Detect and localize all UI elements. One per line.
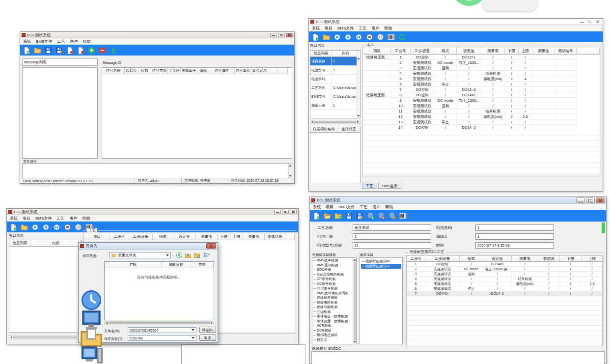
info-row[interactable]: 项目名称 1 [310,57,360,66]
column-header[interactable]: 测量值 [532,48,555,55]
barcode-icon[interactable] [399,212,407,220]
menu-item[interactable]: 工艺 [56,216,64,221]
column-header-name[interactable]: 名称 [105,262,162,268]
new-file-icon[interactable] [312,33,319,41]
scroll-thumb[interactable] [354,262,356,340]
column-header[interactable]: 字节序 [168,68,181,74]
scroll-up-icon[interactable] [353,259,356,261]
chevron-down-icon[interactable] [192,337,194,339]
menu-item[interactable]: BMS文件 [35,216,52,221]
info-scrollbar[interactable] [357,51,360,118]
menu-item[interactable]: 用户 [69,216,77,221]
maximize-button[interactable] [282,210,289,214]
scroll-up-icon[interactable] [289,165,292,167]
table-row[interactable]: 7DO控制/DO14=0//// [407,291,602,296]
list-item[interactable]: 绝缘耐压测试AC [361,259,401,264]
table-row[interactable]: 5安规测试仪//漏电流(mA)/22.5 [407,281,602,286]
scroll-right-icon[interactable] [357,120,359,123]
add-folder-icon[interactable] [334,212,342,220]
save-icon[interactable] [45,47,52,54]
table-row[interactable]: 6安规测试仪停止///// [407,286,602,291]
title-bar[interactable]: EOL测试系统 [309,19,603,25]
tree-item[interactable]: 绝缘电阻检测 [312,300,352,305]
scroll-down-icon[interactable] [289,175,292,177]
close-button[interactable] [290,210,297,214]
column-header[interactable]: 传输因子 [181,68,197,74]
table-row[interactable]: 9安规测试仪DC mode电压_1500.../// [363,98,600,103]
minimize-button[interactable] [576,197,585,203]
save-as-icon[interactable] [55,47,63,54]
scroll-thumb[interactable] [314,121,356,123]
menu-item[interactable]: 系统 [23,39,31,44]
column-header[interactable]: 连接状态 [338,126,360,133]
title-bar[interactable]: EOL测试系统 [310,197,606,204]
menu-item[interactable]: 帮助 [83,39,90,44]
chevron-down-icon[interactable] [192,329,194,331]
views-icon[interactable] [202,252,211,258]
column-header[interactable] [268,68,278,74]
column-header[interactable]: 起始位 [125,68,139,74]
info-row[interactable]: 电池型号 1 [310,66,360,75]
up-folder-icon[interactable] [185,252,192,258]
maximize-button[interactable] [586,197,595,203]
open-folder-icon[interactable] [323,33,330,41]
open-folder-icon[interactable] [34,47,41,54]
column-header[interactable]: 项目 [85,234,110,240]
db-delete-icon[interactable] [378,212,385,220]
column-header[interactable]: 工步/设备 [129,234,153,240]
list-item[interactable]: 绝缘耐压测试DC [361,264,401,269]
tree-item[interactable]: CC信号检测 [312,281,352,286]
scroll-down-icon[interactable] [357,115,360,117]
scroll-left-icon[interactable] [311,120,313,123]
scroll-left-icon[interactable] [10,336,12,339]
info-hscrollbar[interactable] [310,120,360,124]
column-header[interactable]: 位数 [139,68,151,74]
time-input[interactable]: 2020-07-17 8:35:08 [475,242,554,249]
minimize-button[interactable] [579,20,585,24]
log-scrollbar[interactable] [288,164,292,178]
import-doc-icon[interactable] [66,47,74,54]
tree-item[interactable]: Can总线电阻检测 [312,272,352,277]
table-row[interactable]: 2安规测试仪DC mode电压_1500v,漏...//// [407,267,602,272]
battery-model-input[interactable]: 11 [353,242,431,249]
db-add-icon[interactable] [367,212,374,220]
step-forward-icon[interactable] [355,33,362,41]
pause-icon[interactable] [344,33,352,41]
info-row[interactable]: 测试人员 1 [310,101,360,110]
menu-item[interactable]: 工艺 [57,39,65,44]
table-row[interactable]: 12安规测试仪//漏电流(mA)22.5 [363,114,600,119]
tab[interactable]: BMS监测 [378,183,401,189]
download-icon[interactable] [110,47,117,54]
column-header[interactable]: 测量项 [196,234,218,240]
table-row[interactable]: 6安规测试仪停止//// [363,82,600,87]
message-list-box[interactable] [22,67,98,159]
column-header-date[interactable]: 修改日期 [162,262,191,268]
close-button[interactable] [596,197,605,203]
info-hscrollbar[interactable] [9,336,82,339]
filename-input[interactable]: 20210728145504 [128,327,196,333]
table-row[interactable]: 14DO控制/DO14=0/// [363,125,600,130]
column-header[interactable]: 上限 [582,256,603,262]
menu-item[interactable]: 用户 [371,26,379,31]
menu-item[interactable]: 工艺 [360,204,367,210]
table-row[interactable]: 10安规测试仪启动//// [363,103,600,109]
add-icon[interactable] [88,47,95,54]
column-header[interactable]: 信息列表 [9,240,31,247]
refresh-icon[interactable] [398,33,406,41]
column-header[interactable]: 工步号 [391,48,411,55]
menu-item[interactable]: BMS文件 [338,204,355,210]
menu-item[interactable]: 项目 [325,26,333,31]
column-header[interactable]: 内容 [31,240,81,247]
column-header[interactable]: 测试结果 [265,234,285,240]
column-header[interactable]: 内容 [332,51,360,57]
column-header[interactable]: 下限 [505,48,519,55]
column-header[interactable]: 模式 [460,256,483,262]
pause-icon[interactable] [42,224,50,231]
start-icon[interactable] [333,33,341,41]
tree-item[interactable]: DCR测试 [312,328,352,333]
tree-item[interactable]: CP信号检测 [312,277,352,281]
menu-item[interactable]: 用户 [372,204,380,210]
log-output-box[interactable] [22,163,292,178]
column-header[interactable]: 工步/设备 [425,256,460,262]
minimize-button[interactable] [270,33,277,37]
